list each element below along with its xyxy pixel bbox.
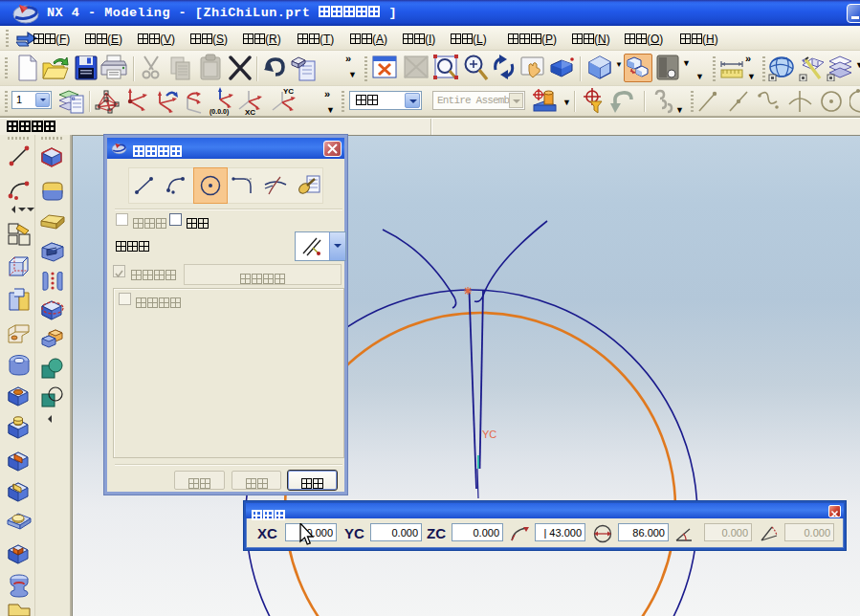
svg-text:(0.0.0): (0.0.0) (209, 108, 229, 116)
svg-text:YC: YC (283, 87, 294, 96)
svg-text:XC: XC (245, 108, 255, 116)
